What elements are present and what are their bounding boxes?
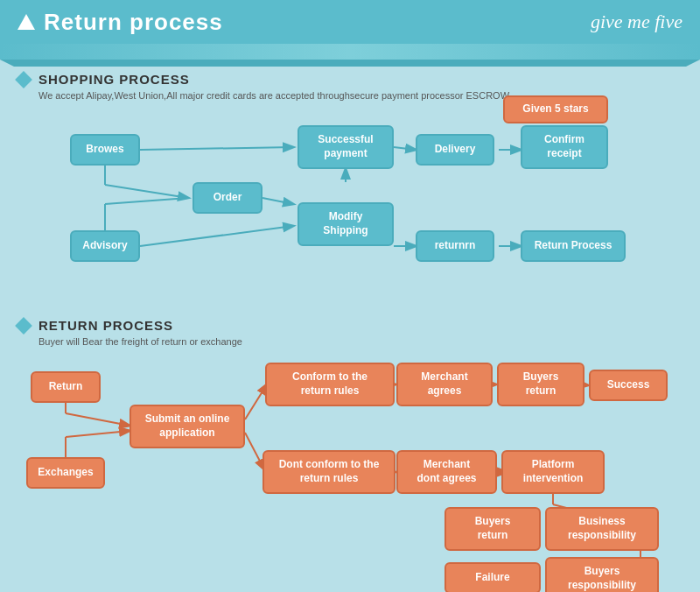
svg-line-15 <box>245 384 267 419</box>
given-5-stars-box: Given 5 stars <box>503 95 608 123</box>
platform-intervention-box: Platformintervention <box>501 450 605 494</box>
svg-line-16 <box>245 433 264 469</box>
returnrn-box: returnrn <box>416 230 494 262</box>
submit-online-box: Submit an onlineapplication <box>130 405 245 448</box>
return-process-box: Return Process <box>521 230 626 262</box>
svg-line-2 <box>105 185 188 198</box>
buyers-return-2-box: Buyersreturn <box>444 507 541 551</box>
return-description: Buyer will Bear the freight of return or… <box>38 336 682 347</box>
shopping-diamond-icon <box>15 71 32 88</box>
svg-line-5 <box>262 198 293 204</box>
svg-line-14 <box>66 413 130 426</box>
return-diamond-icon <box>15 317 32 335</box>
modify-shipping-box: ModifyShipping <box>298 202 394 246</box>
business-responsibility-box: Businessresponsibility <box>545 507 659 551</box>
failure-box: Failure <box>444 562 541 592</box>
svg-line-0 <box>140 147 293 150</box>
confirm-receipt-box: Confirmreceipt <box>521 125 608 169</box>
shopping-section-header: SHOPPING PROCESS <box>18 72 682 87</box>
delivery-box: Delivery <box>416 134 494 166</box>
successful-payment-box: Successfulpayment <box>298 125 394 169</box>
shopping-flow-area: Browes Order Advisory ModifyShipping Suc… <box>18 108 682 309</box>
svg-line-8 <box>394 147 416 150</box>
svg-line-18 <box>66 431 130 437</box>
browes-box: Browes <box>70 134 140 166</box>
merchant-dont-agrees-box: Merchantdont agrees <box>396 450 497 494</box>
header-diamond-icon <box>18 14 35 30</box>
ribbon-decoration <box>0 44 700 60</box>
main-content: SHOPPING PROCESS We accept Alipay,West U… <box>0 60 700 592</box>
buyers-responsibility-box: Buyersresponsibility <box>545 557 659 592</box>
svg-line-4 <box>105 198 188 204</box>
shopping-title: SHOPPING PROCESS <box>38 72 190 87</box>
exchanges-box: Exchanges <box>26 457 105 489</box>
page-title: Return process <box>44 9 223 36</box>
return-section-header: RETURN PROCESS <box>18 318 682 333</box>
return-box: Return <box>31 371 101 403</box>
return-title: RETURN PROCESS <box>38 318 173 333</box>
merchant-agrees-box: Merchantagrees <box>396 363 493 406</box>
conform-rules-box: Conform to thereturn rules <box>265 363 395 406</box>
brand-logo: give me five <box>591 11 682 33</box>
buyers-return-1-box: Buyersreturn <box>497 363 584 406</box>
return-flow-area: Return Submit an onlineapplication Excha… <box>18 354 682 592</box>
dont-conform-box: Dont conform to thereturn rules <box>262 450 396 494</box>
svg-line-6 <box>140 226 293 246</box>
success-box: Success <box>589 370 668 401</box>
advisory-box: Advisory <box>70 230 140 262</box>
header: Return process give me five <box>0 0 700 44</box>
order-box: Order <box>192 182 262 214</box>
